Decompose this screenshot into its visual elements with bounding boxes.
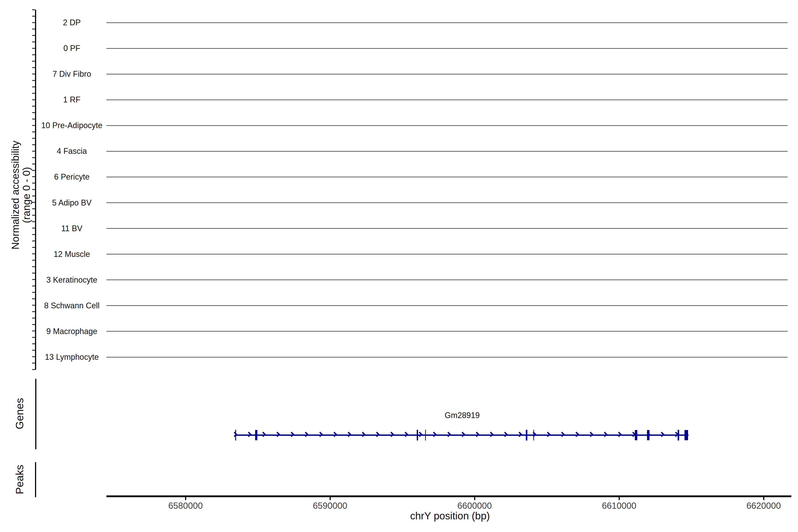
x-axis: 65800006590000660000066100006620000 <box>0 0 798 532</box>
x-axis-tick <box>474 497 475 500</box>
x-axis-tick <box>763 497 764 500</box>
x-axis-line <box>107 495 791 497</box>
x-axis-tick <box>330 497 331 500</box>
x-tick-label: 6580000 <box>152 500 219 511</box>
x-tick-label: 6620000 <box>730 500 797 511</box>
genome-browser-figure: Normalized accessibility (range 0 - 0) 2… <box>0 0 798 532</box>
x-tick-label: 6590000 <box>297 500 363 511</box>
x-tick-label: 6610000 <box>586 500 652 511</box>
x-axis-tick <box>185 497 186 500</box>
x-axis-tick <box>619 497 620 500</box>
x-tick-label: 6600000 <box>441 500 508 511</box>
x-axis-title: chrY position (bp) <box>361 510 539 522</box>
